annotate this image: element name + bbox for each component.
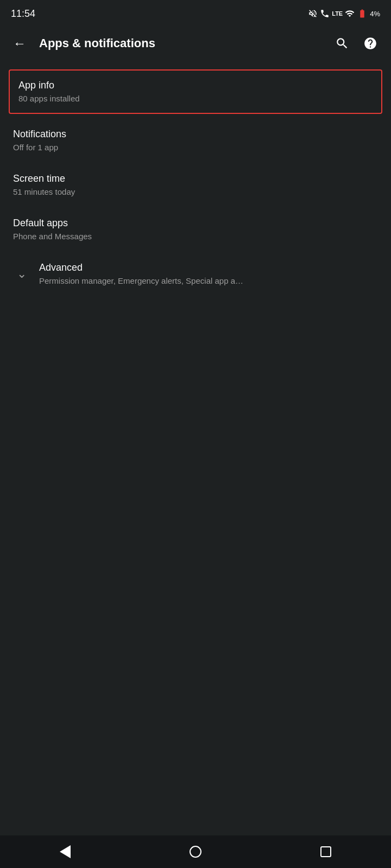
- item-subtitle-advanced: Permission manager, Emergency alerts, Sp…: [39, 276, 378, 286]
- item-text-default-apps: Default apps Phone and Messages: [13, 217, 378, 242]
- battery-icon: [357, 9, 368, 18]
- battery-percentage: 4%: [370, 10, 380, 18]
- nav-home-button[interactable]: [174, 835, 217, 868]
- back-arrow-icon: ←: [13, 36, 26, 51]
- item-subtitle-screen-time: 51 minutes today: [13, 187, 378, 197]
- app-bar-actions: [330, 31, 382, 55]
- signal-icon: [345, 9, 355, 18]
- help-icon: [363, 36, 377, 50]
- item-subtitle-default-apps: Phone and Messages: [13, 231, 378, 242]
- status-time: 11:54: [11, 8, 35, 20]
- nav-home-icon: [190, 846, 201, 858]
- lte-icon: LTE: [332, 10, 343, 17]
- status-bar: 11:54 LTE 4%: [0, 0, 391, 26]
- settings-item-app-info[interactable]: App info 80 apps installed: [9, 69, 382, 114]
- settings-list: App info 80 apps installed Notifications…: [0, 61, 391, 296]
- settings-item-screen-time[interactable]: Screen time 51 minutes today: [0, 163, 391, 207]
- settings-item-advanced[interactable]: ⌄ Advanced Permission manager, Emergency…: [0, 252, 391, 296]
- item-title-default-apps: Default apps: [13, 217, 378, 229]
- item-subtitle-notifications: Off for 1 app: [13, 142, 378, 153]
- back-button[interactable]: ←: [9, 33, 30, 54]
- nav-recents-icon: [320, 846, 331, 857]
- item-title-notifications: Notifications: [13, 128, 378, 141]
- item-text-advanced: Advanced Permission manager, Emergency a…: [39, 261, 378, 286]
- item-subtitle-app-info: 80 apps installed: [18, 93, 373, 104]
- item-title-screen-time: Screen time: [13, 173, 378, 185]
- search-icon: [335, 36, 349, 50]
- item-title-app-info: App info: [18, 79, 373, 92]
- navigation-bar: [0, 835, 391, 868]
- item-text-notifications: Notifications Off for 1 app: [13, 128, 378, 153]
- nav-recents-button[interactable]: [304, 835, 348, 868]
- app-bar: ← Apps & notifications: [0, 26, 391, 61]
- page-title: Apps & notifications: [39, 36, 321, 50]
- nav-back-icon: [60, 845, 71, 858]
- settings-item-notifications[interactable]: Notifications Off for 1 app: [0, 118, 391, 163]
- nav-back-button[interactable]: [43, 835, 87, 868]
- search-button[interactable]: [330, 31, 354, 55]
- phone-icon: [320, 9, 330, 18]
- advanced-chevron-icon: ⌄: [13, 263, 35, 285]
- status-icons: LTE 4%: [308, 9, 380, 18]
- item-text-screen-time: Screen time 51 minutes today: [13, 173, 378, 197]
- help-button[interactable]: [358, 31, 382, 55]
- item-text-app-info: App info 80 apps installed: [18, 79, 373, 104]
- mute-icon: [308, 9, 318, 18]
- item-title-advanced: Advanced: [39, 261, 378, 274]
- settings-item-default-apps[interactable]: Default apps Phone and Messages: [0, 207, 391, 252]
